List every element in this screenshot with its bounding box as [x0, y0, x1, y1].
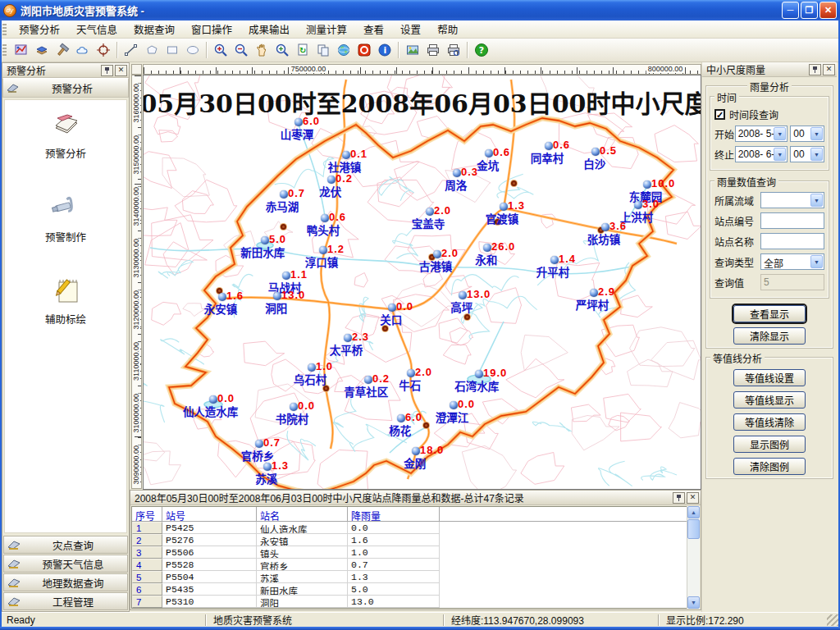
left-panel-list: 预警分析 预警制作 辅助标绘: [4, 99, 127, 533]
export-image-icon[interactable]: [402, 40, 422, 61]
menu-item[interactable]: 预警分析: [11, 19, 68, 39]
column-header[interactable]: 站名: [257, 507, 348, 521]
table-row[interactable]: 8 马战村: [132, 608, 699, 609]
view-display-button[interactable]: 查看显示: [733, 305, 806, 322]
sidebar-item-aux-plot[interactable]: 辅助标绘: [5, 262, 126, 326]
left-group-bar[interactable]: 预警分析: [2, 78, 129, 98]
start-date-select[interactable]: 2008- 5-30▼: [735, 126, 788, 142]
close-panel-icon[interactable]: ✕: [823, 64, 835, 75]
map-canvas[interactable]: 6.0 山枣潭 0.1 社港镇 0.2 龙伏 0.3: [143, 75, 701, 490]
chevron-down-icon[interactable]: ▼: [810, 194, 823, 207]
table-row[interactable]: 7 P5310 洞阳 13.0: [132, 596, 699, 608]
menu-item[interactable]: 窗口操作: [183, 19, 240, 39]
minimize-button[interactable]: ─: [782, 2, 799, 19]
ruler-label: 3160000.00: [132, 84, 140, 123]
menu-item[interactable]: 成果输出: [240, 19, 298, 39]
chevron-down-icon[interactable]: ▼: [810, 148, 823, 161]
pin-icon[interactable]: [809, 64, 821, 75]
menu-grip[interactable]: [2, 24, 7, 35]
record-stop-icon[interactable]: [354, 40, 374, 61]
zoom-out-icon[interactable]: [231, 40, 251, 61]
help-icon[interactable]: ?: [471, 40, 491, 61]
plot-layers-icon[interactable]: [31, 40, 52, 61]
sidebar-item-warning-analysis[interactable]: 预警分析: [5, 100, 126, 161]
tools-hammer-icon[interactable]: [52, 40, 72, 61]
basin-label: 所属流域: [714, 194, 760, 208]
basin-select[interactable]: ▼: [760, 192, 824, 208]
station-id-input[interactable]: [760, 212, 824, 229]
table-row[interactable]: 6 P5435 新田水库 5.0: [132, 583, 699, 596]
menu-item[interactable]: 天气信息: [68, 19, 126, 39]
contour-button[interactable]: 等值线设置: [733, 369, 806, 386]
restore-button[interactable]: ❐: [801, 2, 818, 19]
contour-button[interactable]: 等值线显示: [733, 391, 806, 409]
scroll-down-icon[interactable]: ▼: [687, 596, 700, 609]
menu-item[interactable]: 设置: [392, 19, 429, 39]
menu-item[interactable]: 查看: [355, 19, 392, 39]
draw-line-icon[interactable]: [121, 40, 141, 61]
start-hour-select[interactable]: 00▼: [790, 126, 824, 142]
menu-item[interactable]: 数据查询: [126, 19, 183, 39]
sidebar-item-warning-make[interactable]: 预警制作: [5, 180, 126, 244]
chevron-down-icon[interactable]: ▼: [774, 148, 786, 161]
menu-item[interactable]: 帮助: [429, 19, 466, 39]
sidebar-bottom-item[interactable]: 灾点查询: [3, 536, 128, 554]
table-row[interactable]: 5 P5504 苏溪 1.3: [132, 571, 699, 583]
chevron-down-icon[interactable]: ▼: [810, 255, 823, 268]
column-header[interactable]: 序号: [132, 507, 162, 521]
station-name: 洞阳: [265, 299, 287, 316]
query-type-select[interactable]: 全部▼: [760, 253, 824, 270]
toolbar-grip[interactable]: [2, 44, 7, 56]
station-name: 苏溪: [255, 470, 277, 486]
sidebar-bottom-item[interactable]: 工程管理: [3, 592, 128, 610]
pin-icon[interactable]: [101, 65, 113, 76]
print-icon[interactable]: [422, 40, 443, 61]
table-row[interactable]: 3 P5506 镇头 1.0: [132, 546, 699, 559]
refresh-page-icon[interactable]: ↻: [292, 40, 313, 61]
column-header[interactable]: 降雨量: [348, 507, 440, 521]
scrollbar-thumb[interactable]: [687, 519, 700, 539]
zoom-extent-icon[interactable]: [272, 40, 292, 61]
column-header[interactable]: 站号: [162, 507, 257, 521]
contour-button[interactable]: 等值线清除: [733, 413, 806, 431]
globe-icon[interactable]: [333, 40, 354, 61]
station-name: 周洛: [445, 176, 467, 193]
contour-button[interactable]: 清除图例: [733, 458, 806, 475]
pin-icon[interactable]: [673, 492, 685, 504]
sidebar-bottom-item[interactable]: 预警天气信息: [3, 555, 128, 573]
print-preview-icon[interactable]: [443, 40, 463, 61]
close-panel-icon[interactable]: ✕: [115, 65, 127, 76]
end-date-select[interactable]: 2008- 6- 3▼: [735, 146, 788, 162]
table-row[interactable]: 2 P5276 永安镇 1.6: [132, 534, 699, 546]
menu-item[interactable]: 测量计算: [298, 19, 355, 39]
table-row[interactable]: 1 P5425 仙人造水库 0.0: [132, 522, 699, 534]
pan-hand-icon[interactable]: [251, 40, 272, 61]
horizontal-ruler: 750000.00800000.00: [143, 64, 701, 75]
sidebar-bottom-item[interactable]: 地理数据查询: [3, 573, 128, 591]
draw-polygon-icon[interactable]: [141, 40, 162, 61]
draw-ellipse-icon[interactable]: [182, 40, 203, 61]
end-hour-select[interactable]: 00▼: [790, 146, 824, 162]
chevron-down-icon[interactable]: ▼: [810, 127, 823, 140]
item-label: 辅助标绘: [5, 311, 126, 326]
table-scrollbar[interactable]: ▲ ▼: [687, 506, 700, 609]
locate-crosshair-icon[interactable]: [93, 40, 113, 61]
resize-grip[interactable]: [827, 614, 838, 626]
copy-map-icon[interactable]: [313, 40, 333, 61]
weather-cloud-icon[interactable]: [72, 40, 93, 61]
table-row[interactable]: 4 P5528 官桥乡 0.7: [132, 559, 699, 571]
info-about-icon[interactable]: i: [374, 40, 395, 61]
scroll-up-icon[interactable]: ▲: [687, 506, 700, 518]
zoom-in-icon[interactable]: [210, 40, 231, 61]
station-name: 官渡镇: [486, 210, 519, 226]
station-name-input[interactable]: [760, 233, 824, 249]
draw-rectangle-icon[interactable]: [162, 40, 182, 61]
chevron-down-icon[interactable]: ▼: [774, 127, 786, 140]
close-button[interactable]: ✕: [819, 2, 837, 19]
close-panel-icon[interactable]: ✕: [687, 492, 699, 504]
table-panel: 2008年05月30日00时至2008年06月03日00时中小尺度站点降雨量总和…: [130, 490, 701, 610]
time-range-checkbox[interactable]: ✓: [714, 109, 725, 120]
clear-display-button[interactable]: 清除显示: [733, 327, 806, 345]
warning-analysis-icon[interactable]: [11, 40, 31, 61]
contour-button[interactable]: 显示图例: [733, 436, 806, 453]
